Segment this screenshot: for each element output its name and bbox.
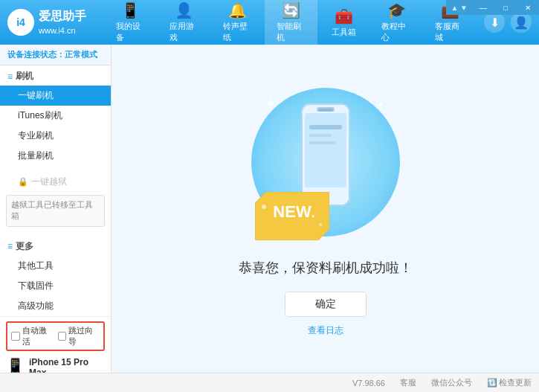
- tab-toolbox[interactable]: 🧰 工具箱: [317, 0, 369, 48]
- disabled-notice: 越狱工具已转移至工具箱: [6, 195, 105, 227]
- nav-tabs: 📱 我的设备 👤 应用游戏 🔔 铃声壁纸 🔄 智能刷机 🧰 工具箱 🎓: [104, 0, 477, 48]
- tab-tutorial[interactable]: 🎓 教程中心: [369, 0, 423, 48]
- header-right: ⬇ 👤: [484, 12, 532, 33]
- apps-icon: 👤: [175, 1, 193, 19]
- footer: V7.98.66 客服 微信公众号 🔃 检查更新: [0, 373, 539, 392]
- minimize-button[interactable]: —: [472, 0, 494, 15]
- phone-svg: [296, 103, 355, 207]
- check-update-button[interactable]: 🔃 检查更新: [487, 377, 532, 388]
- tab-flash[interactable]: 🔄 智能刷机: [265, 0, 318, 48]
- more-section-icon: ≡: [7, 241, 13, 251]
- svg-point-11: [262, 205, 266, 209]
- sidebar-item-batch[interactable]: 批量刷机: [0, 146, 111, 166]
- sidebar-item-jailbreak-disabled: 🔒 一键越狱: [0, 172, 111, 192]
- window-controls: ▲ ▼ — □ ✕: [446, 0, 539, 15]
- success-text: 恭喜您，保资料刷机成功啦！: [239, 259, 413, 277]
- section-flash: ≡ 刷机: [0, 65, 111, 86]
- lock-icon: 🔒: [18, 177, 28, 187]
- phone-illustration: ✦ ✦ NEW: [251, 80, 400, 244]
- content-area: ✦ ✦ NEW: [112, 45, 539, 373]
- sparkle-left-icon: ✦: [265, 95, 276, 112]
- logo: i4 爱思助手 www.i4.cn: [7, 8, 89, 36]
- tab-my-device[interactable]: 📱 我的设备: [104, 0, 158, 48]
- svg-point-12: [319, 223, 322, 226]
- footer-link-service[interactable]: 客服: [400, 377, 416, 388]
- user-button[interactable]: 👤: [511, 12, 532, 33]
- footer-link-wechat[interactable]: 微信公众号: [431, 377, 472, 388]
- svg-rect-4: [309, 125, 342, 129]
- guide-activate-checkbox-label[interactable]: 跳过向导: [58, 325, 100, 347]
- svg-text:NEW: NEW: [273, 202, 312, 221]
- svg-rect-6: [309, 141, 336, 144]
- sidebar: 设备连接状态：正常模式 ≡ 刷机 一键刷机 iTunes刷机 专业刷机 批量刷机…: [0, 45, 112, 373]
- version-label: V7.98.66: [352, 379, 385, 388]
- svg-rect-1: [305, 113, 346, 187]
- confirm-button[interactable]: 确定: [285, 292, 367, 317]
- tab-ringtone[interactable]: 🔔 铃声壁纸: [211, 0, 265, 48]
- footer-right: V7.98.66 客服 微信公众号 🔃 检查更新: [352, 377, 532, 388]
- new-badge-svg: NEW .: [255, 192, 329, 240]
- guide-activate-checkbox[interactable]: [58, 332, 67, 341]
- download-button[interactable]: ⬇: [484, 12, 505, 33]
- sidebar-bottom: 自动激活 跳过向导 📱 iPhone 15 Pro Max 512GB iPho…: [0, 316, 111, 373]
- logo-text: 爱思助手 www.i4.cn: [39, 8, 86, 36]
- svg-text:.: .: [311, 207, 314, 219]
- sidebar-item-itunes[interactable]: iTunes刷机: [0, 106, 111, 126]
- flash-section-icon: ≡: [7, 71, 13, 82]
- device-text: iPhone 15 Pro Max 512GB iPhone: [29, 357, 105, 373]
- ringtone-icon: 🔔: [228, 1, 247, 19]
- device-icon: 📱: [121, 1, 140, 19]
- section-more: ≡ 更多: [0, 236, 111, 256]
- sidebar-item-onekey[interactable]: 一键刷机: [0, 86, 111, 106]
- toolbox-icon: 🧰: [335, 7, 353, 25]
- logo-icon: i4: [7, 9, 34, 36]
- sidebar-item-other-tools[interactable]: 其他工具: [0, 256, 111, 276]
- view-log-link[interactable]: 查看日志: [308, 324, 343, 337]
- tutorial-icon: 🎓: [387, 1, 406, 19]
- main-area: 设备连接状态：正常模式 ≡ 刷机 一键刷机 iTunes刷机 专业刷机 批量刷机…: [0, 45, 539, 373]
- sidebar-item-advanced[interactable]: 高级功能: [0, 296, 111, 316]
- sparkle-right-icon: ✦: [376, 99, 385, 111]
- status-bar: 设备连接状态：正常模式: [0, 45, 111, 65]
- device-bottom: 自动激活 跳过向导 📱 iPhone 15 Pro Max 512GB iPho…: [0, 317, 111, 373]
- close-button[interactable]: ✕: [517, 0, 539, 15]
- sidebar-item-pro[interactable]: 专业刷机: [0, 126, 111, 146]
- auto-activate-checkbox[interactable]: [11, 332, 20, 341]
- maximize-button[interactable]: □: [494, 0, 517, 15]
- svg-rect-5: [309, 134, 332, 137]
- device-info: 📱 iPhone 15 Pro Max 512GB iPhone: [6, 354, 105, 373]
- sidebar-item-download-firmware[interactable]: 下载固件: [0, 276, 111, 296]
- auto-activate-row: 自动激活 跳过向导: [6, 321, 105, 351]
- tab-apps[interactable]: 👤 应用游戏: [158, 0, 211, 48]
- flash-icon: 🔄: [282, 1, 300, 19]
- auto-activate-checkbox-label[interactable]: 自动激活: [11, 325, 54, 347]
- device-phone-icon: 📱: [6, 357, 25, 373]
- refresh-icon: 🔃: [487, 378, 497, 388]
- svg-rect-7: [318, 109, 333, 112]
